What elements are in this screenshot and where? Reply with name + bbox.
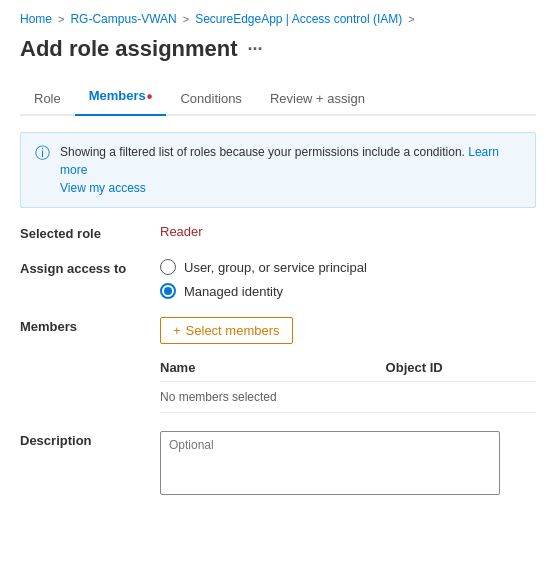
- members-row: Members + Select members Name Object ID …: [20, 317, 536, 413]
- radio-label-managed: Managed identity: [184, 284, 283, 299]
- tab-bar: Role Members• Conditions Review + assign: [20, 80, 536, 116]
- radio-item-user[interactable]: User, group, or service principal: [160, 259, 367, 275]
- members-dot: •: [147, 88, 153, 105]
- no-members-text: No members selected: [160, 382, 536, 413]
- info-text: Showing a filtered list of roles because…: [60, 143, 521, 197]
- members-label: Members: [20, 317, 160, 334]
- tab-conditions[interactable]: Conditions: [166, 83, 255, 116]
- breadcrumb-sep-2: >: [183, 13, 189, 25]
- assign-access-label: Assign access to: [20, 259, 160, 276]
- select-members-plus: +: [173, 323, 181, 338]
- breadcrumb-sep-3: >: [408, 13, 414, 25]
- info-banner: ⓘ Showing a filtered list of roles becau…: [20, 132, 536, 208]
- select-members-text: Select members: [186, 323, 280, 338]
- selected-role-label: Selected role: [20, 224, 160, 241]
- radio-group: User, group, or service principal Manage…: [160, 259, 367, 299]
- breadcrumb-rg[interactable]: RG-Campus-VWAN: [70, 12, 176, 26]
- col-header-name: Name: [160, 354, 386, 382]
- radio-inner-managed: [164, 287, 172, 295]
- table-header-row: Name Object ID: [160, 354, 536, 382]
- description-row: Description: [20, 431, 536, 495]
- view-my-access-link[interactable]: View my access: [60, 181, 146, 195]
- breadcrumb: Home > RG-Campus-VWAN > SecureEdgeApp | …: [20, 12, 536, 26]
- form-section: Selected role Reader Assign access to Us…: [20, 224, 536, 495]
- breadcrumb-sep-1: >: [58, 13, 64, 25]
- radio-circle-user: [160, 259, 176, 275]
- members-table: Name Object ID No members selected: [160, 354, 536, 413]
- selected-role-value: Reader: [160, 224, 203, 239]
- tab-members[interactable]: Members•: [75, 80, 167, 116]
- description-label: Description: [20, 431, 160, 448]
- info-icon: ⓘ: [35, 144, 50, 163]
- radio-circle-managed: [160, 283, 176, 299]
- page-title: Add role assignment: [20, 36, 238, 62]
- tab-review[interactable]: Review + assign: [256, 83, 379, 116]
- page-title-container: Add role assignment ···: [20, 36, 536, 62]
- tab-role[interactable]: Role: [20, 83, 75, 116]
- radio-item-managed[interactable]: Managed identity: [160, 283, 367, 299]
- page-title-ellipsis[interactable]: ···: [248, 39, 263, 60]
- select-members-button[interactable]: + Select members: [160, 317, 293, 344]
- assign-access-row: Assign access to User, group, or service…: [20, 259, 536, 299]
- radio-label-user: User, group, or service principal: [184, 260, 367, 275]
- table-row-empty: No members selected: [160, 382, 536, 413]
- selected-role-row: Selected role Reader: [20, 224, 536, 241]
- description-input[interactable]: [160, 431, 500, 495]
- breadcrumb-iam[interactable]: SecureEdgeApp | Access control (IAM): [195, 12, 402, 26]
- breadcrumb-home[interactable]: Home: [20, 12, 52, 26]
- col-header-objectid: Object ID: [386, 354, 536, 382]
- members-content: + Select members Name Object ID No membe…: [160, 317, 536, 413]
